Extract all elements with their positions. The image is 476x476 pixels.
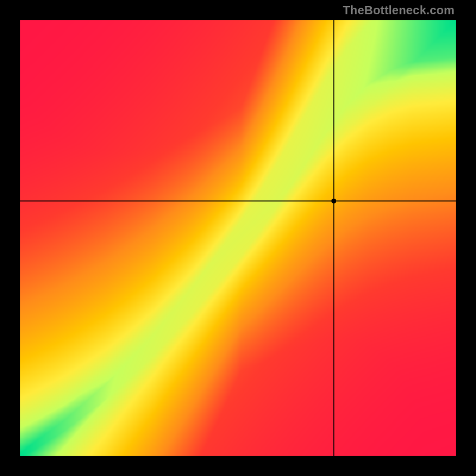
heatmap-canvas [20,20,456,456]
chart-frame: TheBottleneck.com [0,0,476,476]
watermark-label: TheBottleneck.com [343,4,455,17]
